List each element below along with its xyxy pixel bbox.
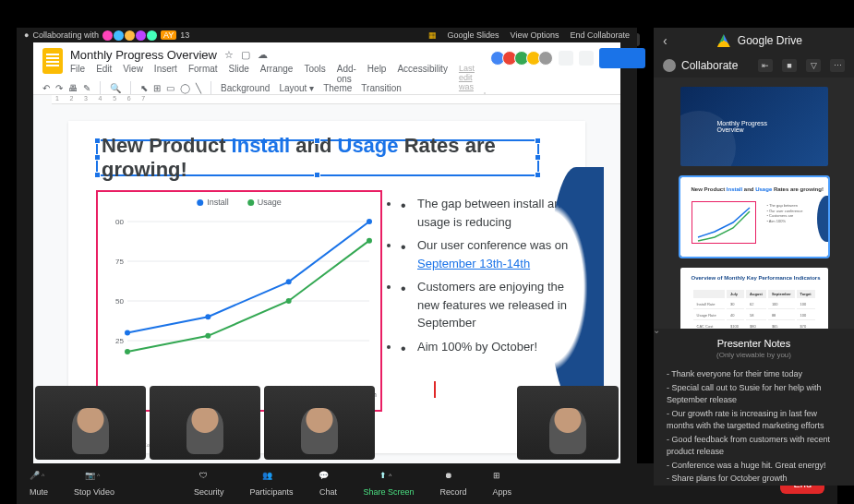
slide-thumb-1[interactable]: Monthly Progress Overview [680, 87, 828, 166]
svg-text:25: 25 [115, 337, 124, 345]
chart-plot: 25507500JuneJulyAugustSeptember [105, 218, 377, 402]
svg-text:July: July [201, 390, 214, 399]
svg-point-19 [367, 238, 372, 244]
theme-button[interactable]: Theme [323, 83, 352, 93]
slide-thumb-2[interactable]: New Product Install and Usage Rates are … [680, 177, 828, 257]
app-name: Google Slides [448, 30, 499, 40]
avatar-badge: AY [161, 30, 176, 40]
layout-button[interactable]: Layout ▾ [279, 83, 314, 93]
background-button[interactable]: Background [221, 83, 270, 93]
svg-text:50: 50 [115, 297, 124, 306]
side-panel-header: ‹ Google Drive [654, 28, 854, 54]
svg-text:June: June [119, 390, 136, 399]
chart-legend: Install Usage [197, 198, 282, 207]
paint-icon[interactable]: ✎ [83, 83, 90, 93]
collaborator-avatar[interactable] [538, 51, 553, 66]
apps-button[interactable]: ⊞Apps [493, 471, 512, 497]
cloud-icon[interactable]: ☁ [258, 49, 268, 61]
slide-thumb-3[interactable]: Overview of Monthly Key Performance Indi… [680, 268, 828, 329]
svg-text:75: 75 [115, 258, 124, 266]
panel-action-icon[interactable]: ■ [782, 59, 797, 72]
side-panel: ‹ Google Drive Collaborate ⇤ ■ ▽ ⋯ Month… [654, 28, 854, 486]
svg-text:August: August [277, 390, 301, 399]
share-button[interactable] [599, 48, 645, 68]
stop-video-button[interactable]: 📷^Stop Video [74, 471, 114, 497]
notes-content[interactable]: - Thank everyone for their time today- S… [667, 368, 841, 486]
horizontal-ruler: 1 2 3 4 5 6 7 [52, 95, 620, 104]
svg-point-18 [286, 298, 292, 304]
svg-point-13 [205, 314, 210, 319]
copyright-label: © 2021 Zoom Video... [124, 442, 177, 448]
date-link[interactable]: September 13th-14th [417, 257, 530, 270]
end-collaborate[interactable]: End Collaborate [570, 30, 630, 40]
collapse-notes-icon[interactable]: ⌄ [653, 325, 660, 335]
move-icon[interactable]: ▢ [241, 49, 250, 61]
slides-header: Monthly Progress Overview ☆ ▢ ☁ FileEdit… [33, 42, 620, 81]
collaborator-cursor [434, 381, 436, 398]
slide-thumbnails: Monthly Progress Overview New Product In… [654, 78, 854, 329]
present-button[interactable] [579, 51, 594, 66]
slide-canvas[interactable]: 1 2 3 4 5 6 7 New Product Install and Us… [33, 95, 620, 464]
zoom-icon[interactable]: 🔍 [110, 83, 121, 93]
panel-more-icon[interactable]: ⋯ [830, 59, 845, 72]
redo-icon[interactable]: ↷ [55, 83, 63, 93]
notes-title: Presenter Notes [667, 338, 841, 349]
shape-icon[interactable]: ◯ [180, 83, 190, 93]
back-button[interactable]: ‹ [663, 33, 668, 48]
view-options[interactable]: View Options [511, 30, 559, 40]
collaborate-icon [663, 59, 676, 72]
slide-title-textbox[interactable]: New Product Install and Usage Rates are … [96, 139, 539, 176]
document-title[interactable]: Monthly Progress Overview [70, 48, 217, 62]
record-button[interactable]: ⏺Record [439, 471, 466, 497]
comments-button[interactable] [559, 51, 573, 66]
line-icon[interactable]: ╲ [196, 83, 201, 93]
google-drive-icon [717, 34, 730, 47]
svg-point-16 [125, 349, 130, 354]
slide[interactable]: New Product Install and Usage Rates are … [68, 121, 585, 453]
transition-button[interactable]: Transition [361, 83, 402, 93]
svg-point-12 [125, 330, 130, 335]
collaboration-bar: ●Collaborating with AY 13 ▦Google Slides… [17, 28, 637, 42]
textbox-icon[interactable]: ⊞ [153, 83, 161, 93]
svg-text:September: September [351, 390, 377, 399]
print-icon[interactable]: 🖶 [68, 83, 78, 93]
presentation-area: ●Collaborating with AY 13 ▦Google Slides… [17, 28, 637, 486]
drive-label: Google Drive [738, 34, 802, 47]
svg-point-14 [286, 279, 292, 284]
cursor-icon[interactable]: ⬉ [140, 83, 148, 93]
avatar [114, 30, 124, 41]
panel-action-icon[interactable]: ▽ [806, 59, 821, 72]
notes-subtitle: (Only viewable by you) [667, 351, 841, 359]
panel-action-icon[interactable]: ⇤ [758, 59, 773, 72]
svg-point-15 [367, 219, 372, 224]
undo-icon[interactable]: ↶ [42, 83, 50, 93]
mute-button[interactable]: 🎤^Mute [30, 471, 48, 497]
avatar [125, 30, 135, 41]
google-slides-window: Monthly Progress Overview ☆ ▢ ☁ FileEdit… [33, 42, 620, 458]
collaborate-row: Collaborate ⇤ ■ ▽ ⋯ [654, 54, 854, 78]
google-slides-icon [42, 48, 63, 74]
svg-point-17 [205, 333, 210, 339]
avatar [136, 30, 146, 41]
avatar [102, 30, 113, 41]
avatar [147, 30, 157, 41]
chart[interactable]: Install Usage 25507500JuneJulyAugustSept… [96, 190, 382, 412]
share-screen-button[interactable]: ⬆^Share Screen [363, 471, 414, 497]
decorative-swoosh [548, 167, 604, 407]
slides-toolbar: ↶ ↷ 🖶 ✎ 🔍 ⬉ ⊞ ▭ ◯ ╲ Background Layout ▾ … [33, 81, 620, 95]
confidential-label: CONFIDENTIAL [517, 442, 558, 448]
presenter-notes-panel: ⌄ Presenter Notes (Only viewable by you)… [654, 329, 854, 484]
security-button[interactable]: 🛡Security [194, 471, 224, 497]
image-icon[interactable]: ▭ [166, 83, 174, 93]
svg-text:00: 00 [115, 218, 124, 226]
chat-button[interactable]: 💬Chat [319, 471, 337, 497]
participants-button[interactable]: 👥Participants [249, 471, 293, 497]
star-icon[interactable]: ☆ [224, 49, 234, 61]
